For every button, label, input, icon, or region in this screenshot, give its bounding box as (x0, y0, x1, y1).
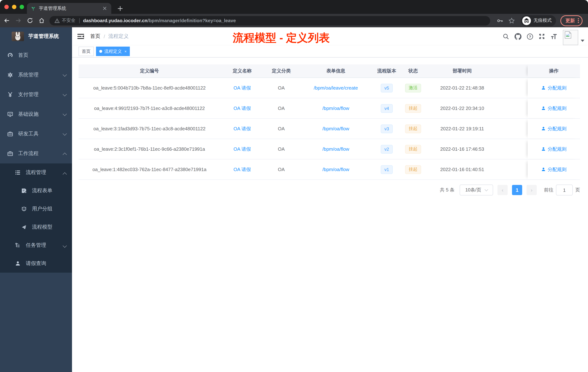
definition-name-link[interactable]: OA 请假 (233, 146, 251, 152)
navbar-actions: ? (499, 29, 584, 44)
incognito-label: 无痕模式 (534, 17, 552, 24)
sidebar-item-task-management[interactable]: 任务管理 (0, 236, 72, 254)
form-link[interactable]: /bpm/oa/flow (322, 106, 349, 111)
window-controls (4, 5, 24, 9)
window-maximize-button[interactable] (20, 5, 24, 9)
paper-plane-icon (21, 224, 27, 230)
deploy-time: 2022-01-22 21:48:38 (426, 85, 499, 91)
assign-rule-button[interactable]: 分配规则 (541, 166, 567, 173)
sidebar-item-home[interactable]: 首页 (0, 45, 72, 65)
font-size-icon[interactable] (548, 31, 559, 42)
version-badge: v2 (381, 145, 393, 153)
sidebar-item-payment[interactable]: 支付管理 (0, 85, 72, 104)
chevron-up-icon (63, 153, 67, 157)
assign-rule-button[interactable]: 分配规则 (541, 146, 567, 152)
search-icon[interactable] (500, 31, 511, 42)
sidebar-item-workflow[interactable]: 工作流程 (0, 144, 72, 164)
avatar-caret-icon[interactable] (581, 40, 584, 42)
security-label[interactable]: 不安全 (62, 17, 75, 24)
col-definition-name: 定义名称 (220, 68, 264, 74)
tree-icon (15, 242, 21, 248)
sidebar-toggle-icon[interactable] (74, 30, 87, 43)
back-icon[interactable] (1, 15, 12, 26)
definition-name-link[interactable]: OA 请假 (233, 166, 251, 173)
avatar[interactable] (563, 30, 578, 45)
sidebar-item-process-management[interactable]: 流程管理 (0, 164, 72, 182)
fullscreen-icon[interactable] (536, 31, 547, 42)
breadcrumb-home[interactable]: 首页 (90, 33, 100, 40)
address-bar[interactable]: 不安全 dashboard.yudao.iocoder.cn/bpm/manag… (50, 16, 490, 25)
chevron-down-icon (63, 92, 67, 97)
deploy-time: 2022-01-22 20:34:10 (426, 106, 499, 111)
definition-name-link[interactable]: OA 请假 (233, 105, 251, 111)
reload-icon[interactable] (25, 15, 35, 26)
active-tag-dot (99, 50, 102, 53)
user-icon (15, 261, 21, 266)
sidebar-item-leave-query[interactable]: 请假查询 (0, 254, 72, 273)
form-link[interactable]: /bpm/oa/flow (322, 126, 349, 131)
browser-tab[interactable]: 芋道管理系统 (27, 3, 111, 14)
deploy-time: 2022-01-22 19:19:11 (426, 126, 499, 131)
prev-page-button[interactable]: ‹ (497, 185, 508, 195)
help-icon[interactable]: ? (524, 31, 535, 42)
definition-name-link[interactable]: OA 请假 (233, 85, 251, 91)
tags-view-bar: 首页 流程定义 × (72, 45, 588, 57)
status-badge: 挂起 (405, 124, 421, 133)
chevron-down-icon (63, 112, 67, 116)
definition-id: oa_leave:1:482ec033-762a-11ec-8477-a2380… (79, 167, 220, 172)
tab-close-icon[interactable] (102, 5, 108, 11)
definition-id: oa_leave:4:991f2193-7b7f-11ec-a3c8-acde4… (79, 106, 220, 111)
sidebar-item-user-group[interactable]: 用户分组 (0, 200, 72, 218)
table-header-row: 定义编号 定义名称 定义分类 表单信息 流程版本 状态 部署时间 操作 (79, 65, 580, 78)
sidebar-item-infrastructure[interactable]: 基础设施 (0, 104, 72, 124)
url-host: dashboard.yudao.iocoder.cn (83, 18, 147, 23)
goto-page-input[interactable] (556, 185, 573, 196)
user-group-icon (21, 206, 27, 212)
sidebar-item-process-model[interactable]: 流程模型 (0, 218, 72, 236)
next-page-button[interactable]: › (526, 185, 537, 195)
tag-close-icon[interactable]: × (124, 49, 127, 53)
dashboard-icon (7, 52, 13, 58)
window-close-button[interactable] (4, 5, 9, 9)
github-icon[interactable] (512, 31, 523, 42)
assign-rule-button[interactable]: 分配规则 (541, 85, 567, 91)
forward-icon[interactable] (13, 15, 23, 26)
chrome-update-button[interactable]: 更新 (560, 15, 582, 26)
definition-name-link[interactable]: OA 请假 (233, 125, 251, 132)
home-icon[interactable] (36, 15, 47, 26)
sidebar-item-system[interactable]: 系统管理 (0, 65, 72, 85)
sidebar-item-process-form[interactable]: 流程表单 (0, 182, 72, 200)
table-row: oa_leave:4:991f2193-7b7f-11ec-a3c8-acde4… (79, 98, 580, 119)
sidebar-item-dev-tools[interactable]: 研发工具 (0, 124, 72, 144)
current-page-button[interactable]: 1 (512, 185, 522, 195)
status-badge: 挂起 (405, 165, 421, 174)
col-status: 状态 (400, 68, 426, 74)
favicon-sprout-icon (31, 6, 36, 11)
sidebar-logo[interactable]: 芋道管理系统 (0, 27, 72, 45)
password-key-icon[interactable] (495, 16, 505, 25)
table-row: oa_leave:3:1fad3d93-7b75-11ec-a3c8-acde4… (79, 119, 580, 139)
security-warning-icon[interactable] (54, 18, 60, 23)
col-form-info: 表单信息 (299, 68, 373, 74)
form-link[interactable]: /bpm/oa/flow (322, 146, 349, 152)
tag-process-definition[interactable]: 流程定义 × (96, 47, 130, 56)
version-badge: v4 (381, 104, 393, 113)
page-unit-label: 页 (575, 187, 580, 193)
assign-rule-button[interactable]: 分配规则 (541, 105, 567, 111)
bookmark-star-icon[interactable] (507, 16, 516, 25)
form-link[interactable]: /bpm/oa/flow (322, 167, 349, 172)
new-tab-button[interactable] (116, 4, 124, 13)
browser-tab-strip: 芋道管理系统 (0, 0, 588, 14)
chevron-down-icon (63, 244, 67, 248)
breadcrumb: 首页 / 流程定义 (90, 33, 129, 40)
briefcase-icon (7, 151, 13, 156)
page-size-select[interactable]: 10条/页 (460, 185, 493, 196)
assign-rule-button[interactable]: 分配规则 (541, 125, 567, 132)
tag-home[interactable]: 首页 (79, 47, 94, 56)
chrome-menu-icon[interactable] (578, 18, 579, 23)
chevron-down-icon (484, 187, 488, 191)
incognito-badge[interactable]: 无痕模式 (521, 15, 556, 26)
app-navbar: 首页 / 流程定义 ? (72, 27, 588, 45)
form-link[interactable]: /bpm/oa/leave/create (314, 85, 358, 91)
window-minimize-button[interactable] (12, 5, 16, 9)
